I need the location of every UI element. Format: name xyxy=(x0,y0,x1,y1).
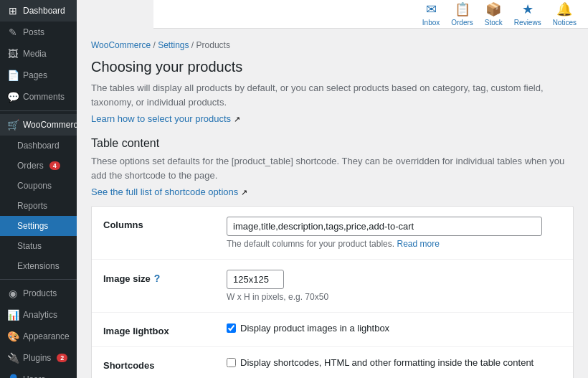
sidebar-item-plugins[interactable]: 🔌 Plugins 2 xyxy=(0,347,77,369)
notices-icon: 🔔 xyxy=(556,1,572,17)
sidebar-item-label: WooCommerce xyxy=(23,120,77,130)
breadcrumb-woocommerce[interactable]: WooCommerce xyxy=(91,40,151,50)
sidebar-item-label: Status xyxy=(17,241,42,251)
reviews-icon: ★ xyxy=(522,1,534,17)
sidebar-item-label: Settings xyxy=(17,221,48,231)
appearance-icon: 🎨 xyxy=(7,331,19,342)
sidebar-item-wc-orders[interactable]: Orders 4 xyxy=(0,156,77,176)
comments-icon: 💬 xyxy=(7,91,19,103)
section1-link[interactable]: Learn how to select your products xyxy=(91,113,231,124)
sidebar-item-wc-reports[interactable]: Reports xyxy=(0,196,77,216)
sidebar-item-products[interactable]: ◉ Products xyxy=(0,283,77,304)
sidebar-item-wc-settings[interactable]: Settings xyxy=(0,216,77,236)
external-link-icon2: ↗ xyxy=(241,188,247,197)
image-size-row: Image size ? W x H in pixels, e.g. 70x50 xyxy=(92,260,573,313)
plugins-badge: 2 xyxy=(57,354,67,362)
stock-icon: 📦 xyxy=(485,1,501,17)
sidebar-item-wc-coupons[interactable]: Coupons xyxy=(0,176,77,196)
breadcrumb: WooCommerce / Settings / Products xyxy=(91,40,574,50)
breadcrumb-sep2: / xyxy=(191,40,196,50)
columns-read-more[interactable]: Read more xyxy=(397,239,439,249)
sidebar-item-label: Appearance xyxy=(23,331,70,341)
orders-icon: 📋 xyxy=(455,1,470,17)
topbar-inbox[interactable]: ✉ Inbox xyxy=(422,1,440,27)
shortcodes-row: Shortcodes Display shortcodes, HTML and … xyxy=(92,347,573,378)
sidebar-item-label: Products xyxy=(23,288,57,298)
shortcodes-label: Shortcodes xyxy=(103,357,218,371)
shortcodes-text: Display shortcodes, HTML and other forma… xyxy=(240,357,534,368)
sidebar-item-label: Posts xyxy=(23,27,44,37)
sidebar: ⊞ Dashboard ✎ Posts 🖼 Media 📄 Pages 💬 Co… xyxy=(0,0,77,378)
breadcrumb-current: Products xyxy=(196,40,230,50)
sidebar-item-wc-dashboard[interactable]: Dashboard xyxy=(0,136,77,156)
sidebar-item-dashboard[interactable]: ⊞ Dashboard xyxy=(0,0,77,22)
woocommerce-icon: 🛒 xyxy=(7,119,19,131)
sidebar-item-label: Coupons xyxy=(17,181,52,191)
image-lightbox-row: Image lightbox Display product images in… xyxy=(92,313,573,347)
topbar-reviews[interactable]: ★ Reviews xyxy=(514,1,541,27)
sidebar-item-pages[interactable]: 📄 Pages xyxy=(0,65,77,86)
posts-icon: ✎ xyxy=(7,27,19,38)
image-size-input[interactable] xyxy=(227,270,284,289)
sidebar-item-label: Reports xyxy=(17,201,47,211)
sidebar-item-label: Plugins xyxy=(23,353,51,363)
orders-label: Orders xyxy=(451,19,473,27)
section2-title: Table content xyxy=(91,137,574,150)
sidebar-item-appearance[interactable]: 🎨 Appearance xyxy=(0,326,77,347)
image-lightbox-checkbox[interactable] xyxy=(227,323,236,333)
analytics-icon: 📊 xyxy=(7,309,19,321)
sidebar-item-label: Extensions xyxy=(17,261,60,271)
image-lightbox-text: Display product images in a lightbox xyxy=(240,323,389,334)
media-icon: 🖼 xyxy=(7,48,19,60)
section1-title: Choosing your products xyxy=(91,59,574,75)
columns-input[interactable] xyxy=(227,217,542,236)
topbar-stock[interactable]: 📦 Stock xyxy=(485,1,503,27)
shortcodes-checkbox-label[interactable]: Display shortcodes, HTML and other forma… xyxy=(227,357,561,368)
sidebar-item-woocommerce[interactable]: 🛒 WooCommerce xyxy=(0,114,77,136)
orders-badge: 4 xyxy=(49,161,60,170)
sidebar-item-label: Dashboard xyxy=(17,141,60,151)
sidebar-item-label: Orders xyxy=(17,161,44,171)
image-size-help-icon[interactable]: ? xyxy=(154,273,161,284)
sidebar-item-label: Analytics xyxy=(23,310,57,320)
sidebar-item-wc-extensions[interactable]: Extensions xyxy=(0,256,77,276)
sidebar-item-wc-status[interactable]: Status xyxy=(0,236,77,256)
section1-desc: The tables will display all products by … xyxy=(91,81,574,109)
topbar-notices[interactable]: 🔔 Notices xyxy=(553,1,577,27)
sidebar-item-analytics[interactable]: 📊 Analytics xyxy=(0,304,77,326)
sidebar-item-comments[interactable]: 💬 Comments xyxy=(0,86,77,108)
columns-control: The default columns for your product tab… xyxy=(227,217,561,249)
sidebar-item-label: Dashboard xyxy=(23,6,65,16)
breadcrumb-settings[interactable]: Settings xyxy=(158,40,189,50)
settings-card: Columns The default columns for your pro… xyxy=(91,206,574,378)
products-icon: ◉ xyxy=(7,288,19,299)
sidebar-item-posts[interactable]: ✎ Posts xyxy=(0,22,77,43)
pages-icon: 📄 xyxy=(7,70,19,81)
users-icon: 👤 xyxy=(7,374,19,378)
image-size-control: W x H in pixels, e.g. 70x50 xyxy=(227,270,561,302)
dashboard-icon: ⊞ xyxy=(7,5,19,16)
image-lightbox-control: Display product images in a lightbox xyxy=(227,323,561,334)
sidebar-item-media[interactable]: 🖼 Media xyxy=(0,43,77,65)
shortcodes-checkbox[interactable] xyxy=(227,358,236,367)
notices-label: Notices xyxy=(553,19,577,27)
columns-label: Columns xyxy=(103,217,218,230)
topbar-orders[interactable]: 📋 Orders xyxy=(451,1,473,27)
sidebar-item-label: Pages xyxy=(23,70,47,80)
image-lightbox-label: Image lightbox xyxy=(103,323,218,336)
sidebar-item-label: Comments xyxy=(23,92,65,102)
sidebar-item-label: Media xyxy=(23,49,47,59)
section2-link-container: See the full list of shortcode options ↗ xyxy=(91,186,574,197)
columns-row: Columns The default columns for your pro… xyxy=(92,207,573,260)
sidebar-item-users[interactable]: 👤 Users xyxy=(0,369,77,378)
plugins-icon: 🔌 xyxy=(7,352,19,364)
section2-link[interactable]: See the full list of shortcode options xyxy=(91,186,238,197)
image-size-hint: W x H in pixels, e.g. 70x50 xyxy=(227,292,561,302)
reviews-label: Reviews xyxy=(514,19,541,27)
inbox-icon: ✉ xyxy=(426,1,437,17)
stock-label: Stock xyxy=(485,19,503,27)
sidebar-item-label: Users xyxy=(23,374,45,378)
image-lightbox-checkbox-label[interactable]: Display product images in a lightbox xyxy=(227,323,561,334)
image-size-label: Image size ? xyxy=(103,270,218,284)
topbar: ✉ Inbox 📋 Orders 📦 Stock ★ Reviews 🔔 Not… xyxy=(153,0,588,29)
